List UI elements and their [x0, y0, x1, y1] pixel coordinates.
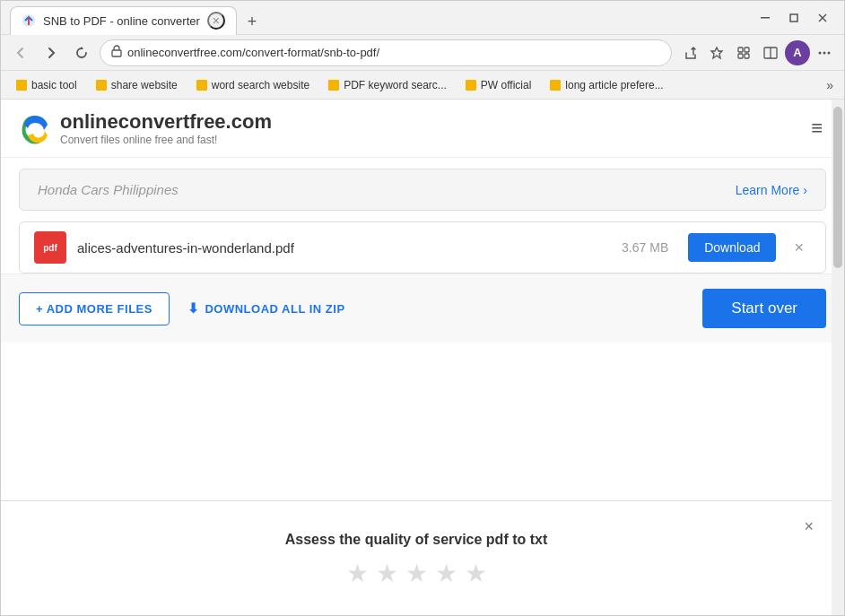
reload-icon: [74, 46, 89, 60]
forward-button[interactable]: [39, 40, 64, 65]
tab-title: SNB to PDF - online converter: [43, 14, 200, 28]
actions-row: + ADD MORE FILES ⬇ DOWNLOAD ALL IN ZIP S…: [1, 273, 844, 343]
file-name: alices-adventures-in-wonderland.pdf: [77, 240, 611, 256]
ad-learn-more-link[interactable]: Learn More ›: [736, 183, 807, 197]
scrollbar-thumb[interactable]: [833, 107, 842, 268]
forward-icon: [44, 46, 58, 60]
bookmark-favicon-6: [549, 79, 562, 91]
pdf-icon: pdf: [34, 231, 66, 264]
svg-rect-17: [96, 80, 107, 91]
active-tab[interactable]: SNB to PDF - online converter ×: [10, 6, 237, 35]
new-tab-button[interactable]: +: [240, 9, 265, 35]
settings-menu-button[interactable]: [812, 40, 837, 65]
menu-icon[interactable]: ≡: [807, 113, 826, 143]
bookmark-label-1: basic tool: [31, 79, 77, 91]
download-all-zip-link[interactable]: ⬇ DOWNLOAD ALL IN ZIP: [187, 300, 345, 317]
svg-rect-8: [745, 48, 749, 52]
star-2[interactable]: ★: [376, 559, 398, 588]
logo-subtitle: Convert files online free and fast!: [60, 134, 272, 146]
profile-button[interactable]: A: [785, 40, 810, 65]
bookmarks-more[interactable]: »: [823, 74, 837, 96]
bookmark-word-search[interactable]: word search website: [188, 76, 317, 94]
bookmark-long-article[interactable]: long article prefere...: [542, 76, 670, 94]
svg-rect-19: [328, 80, 339, 91]
bookmark-pw-official[interactable]: PW official: [457, 76, 538, 94]
download-zip-icon: ⬇: [187, 300, 200, 317]
rating-close-button[interactable]: ×: [804, 517, 814, 536]
svg-rect-5: [112, 50, 121, 56]
bookmark-label-4: PDF keyword searc...: [344, 79, 447, 91]
back-icon: [13, 46, 28, 60]
download-button[interactable]: Download: [688, 233, 776, 262]
bookmark-favicon-1: [15, 79, 28, 91]
svg-point-14: [823, 51, 826, 54]
star-1[interactable]: ★: [346, 559, 369, 588]
bookmark-share-website[interactable]: share website: [88, 76, 185, 94]
split-view-button[interactable]: [758, 40, 783, 65]
address-right-icons: A: [677, 40, 837, 65]
bookmark-star-button[interactable]: [704, 40, 729, 65]
download-zip-label: DOWNLOAD ALL IN ZIP: [205, 302, 344, 316]
share-icon: [683, 46, 697, 60]
restore-icon: [789, 13, 798, 22]
extensions-button[interactable]: [731, 40, 756, 65]
address-bar[interactable]: onlineconvertfree.com/convert-format/snb…: [100, 39, 672, 66]
split-view-icon: [763, 46, 778, 60]
ellipsis-icon: [817, 46, 832, 60]
reload-button[interactable]: [69, 40, 94, 65]
svg-rect-2: [790, 14, 797, 22]
star-5[interactable]: ★: [465, 559, 487, 588]
bookmark-label-2: share website: [111, 79, 178, 91]
pdf-label: pdf: [43, 243, 57, 253]
address-text: onlineconvertfree.com/convert-format/snb…: [127, 46, 660, 59]
window-controls: [753, 5, 835, 30]
ad-text: Honda Cars Philippines: [38, 182, 179, 197]
close-icon: [818, 13, 827, 22]
svg-rect-9: [738, 54, 743, 58]
logo-title: onlineconvertfree.com: [60, 110, 272, 134]
minimize-button[interactable]: [753, 5, 778, 30]
bookmark-favicon-3: [196, 79, 208, 91]
rating-section: × Assess the quality of service pdf to t…: [1, 500, 832, 615]
svg-rect-10: [745, 54, 749, 58]
svg-point-13: [819, 51, 822, 54]
lock-icon: [111, 45, 122, 61]
back-button[interactable]: [8, 40, 33, 65]
tab-bar: SNB to PDF - online converter × +: [10, 1, 753, 35]
add-more-files-button[interactable]: + ADD MORE FILES: [19, 292, 170, 325]
page-scrollbar[interactable]: [832, 100, 844, 615]
rating-title: Assess the quality of service pdf to txt: [285, 532, 548, 548]
bookmark-pdf-keyword[interactable]: PDF keyword searc...: [320, 76, 454, 94]
puzzle-icon: [736, 46, 751, 60]
bookmark-label-5: PW official: [481, 79, 531, 91]
start-over-button[interactable]: Start over: [702, 289, 826, 328]
svg-rect-21: [550, 80, 561, 91]
star-4[interactable]: ★: [435, 559, 457, 588]
svg-rect-1: [761, 17, 770, 19]
restore-button[interactable]: [781, 5, 806, 30]
svg-rect-16: [16, 80, 27, 91]
svg-marker-6: [711, 48, 722, 58]
logo-icon: [19, 112, 51, 144]
file-size: 3.67 MB: [622, 240, 668, 255]
star-icon: [710, 46, 724, 60]
svg-rect-7: [738, 48, 743, 52]
bookmark-favicon-5: [465, 79, 477, 91]
bookmark-basic-tool[interactable]: basic tool: [8, 76, 84, 94]
address-bar-row: onlineconvertfree.com/convert-format/snb…: [1, 35, 844, 71]
ad-banner: Honda Cars Philippines Learn More ›: [19, 169, 826, 211]
bookmark-favicon-4: [327, 79, 340, 91]
scrollbar-track: [832, 100, 844, 615]
share-button[interactable]: [677, 40, 702, 65]
logo-text-block: onlineconvertfree.com Convert files onli…: [60, 110, 272, 146]
file-remove-button[interactable]: ×: [787, 235, 811, 261]
tab-close-button[interactable]: ×: [207, 12, 225, 30]
star-3[interactable]: ★: [405, 559, 428, 588]
bookmark-label-6: long article prefere...: [565, 79, 663, 91]
ad-link-text: Learn More: [736, 183, 800, 197]
close-button[interactable]: [810, 5, 835, 30]
site-header: onlineconvertfree.com Convert files onli…: [1, 100, 844, 158]
ad-link-arrow: ›: [803, 183, 807, 197]
bookmarks-bar: basic tool share website word search web…: [1, 71, 844, 100]
minimize-icon: [761, 17, 770, 19]
